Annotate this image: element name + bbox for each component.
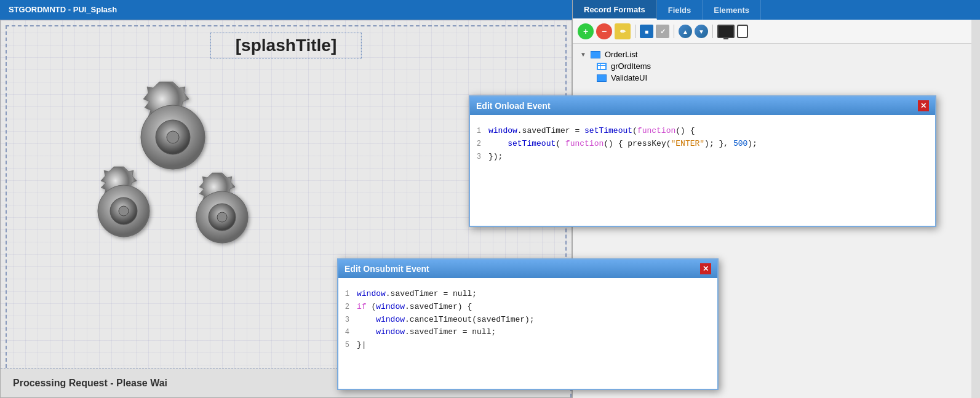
sub-code-line-4: 4 window.savedTimer = null; [338, 326, 711, 339]
table-icon [591, 51, 600, 58]
gears-image [50, 70, 284, 291]
mobile-button[interactable] [737, 25, 748, 38]
tab-fields[interactable]: Fields [657, 0, 703, 20]
toolbar-separator-1 [635, 25, 635, 38]
canvas-tab[interactable]: STGORDMNTD - PUI_Splash [0, 0, 572, 20]
tree-item-orderlist[interactable]: ▼ OrderList [580, 49, 973, 60]
sub-code-line-5: 5 }| [338, 339, 711, 352]
tree-item-validateui[interactable]: ValidateUI [595, 72, 973, 84]
sub-code-line-1: 1 window.savedTimer = null; [338, 288, 711, 301]
tree-area: ▼ OrderList grOrdItems ValidateUI [573, 44, 980, 89]
up-button[interactable]: ▲ [679, 25, 692, 38]
add-button[interactable]: + [578, 23, 594, 39]
dialog-onsubmit-content: 1 window.savedTimer = null; 2 if (window… [338, 278, 717, 389]
code-line-3: 3 }); [470, 151, 929, 164]
code-line-2: 2 setTimeout( function() { pressKey("ENT… [470, 138, 929, 151]
gears-svg [50, 70, 296, 291]
tree-label-grordItems: grOrdItems [611, 62, 651, 71]
dialog-onload-titlebar: Edit Onload Event ✕ [470, 97, 935, 115]
monitor-button[interactable] [717, 25, 735, 38]
right-panel-scrollbar[interactable] [971, 20, 980, 398]
tab-record-formats[interactable]: Record Formats [573, 0, 657, 20]
dialog-onload-title: Edit Onload Event [476, 101, 551, 111]
edit-button[interactable]: ✏ [615, 23, 631, 39]
toolbar-separator-3 [712, 25, 713, 38]
down-button[interactable]: ▼ [695, 25, 708, 38]
square-button[interactable]: ■ [640, 25, 653, 38]
code-line-1: 1 window.savedTimer = setTimeout(functio… [470, 125, 929, 138]
grid-icon [597, 63, 607, 70]
right-tabs: Record Formats Fields Elements [573, 0, 980, 20]
tree-label-validateui: ValidateUI [611, 73, 647, 82]
svg-point-8 [217, 212, 227, 222]
tree-item-grordItems[interactable]: grOrdItems [595, 60, 973, 72]
tab-elements[interactable]: Elements [703, 0, 761, 20]
tree-label-orderlist: OrderList [605, 50, 637, 59]
collapse-icon: ▼ [580, 51, 586, 58]
dialog-onsubmit-close[interactable]: ✕ [700, 263, 711, 274]
dialog-onload-close[interactable]: ✕ [918, 100, 929, 111]
svg-point-2 [167, 131, 179, 143]
check-button[interactable]: ✓ [656, 25, 669, 38]
sub-code-line-2: 2 if (window.savedTimer) { [338, 301, 711, 314]
code-editor-onload[interactable]: 1 window.savedTimer = setTimeout(functio… [470, 125, 929, 163]
remove-button[interactable]: − [596, 23, 612, 39]
dialog-onsubmit: Edit Onsubmit Event ✕ 1 window.savedTime… [337, 258, 719, 390]
toolbar-separator-2 [674, 25, 674, 38]
splash-title: [splashTitle] [210, 33, 362, 58]
dialog-onload-content: 1 window.savedTimer = setTimeout(functio… [470, 115, 935, 226]
code-editor-onsubmit[interactable]: 1 window.savedTimer = null; 2 if (window… [338, 288, 711, 352]
dialog-onsubmit-title: Edit Onsubmit Event [345, 264, 429, 274]
toolbar: + − ✏ ■ ✓ ▲ ▼ [573, 20, 980, 44]
svg-point-5 [119, 206, 129, 216]
list-icon [597, 74, 607, 82]
sub-code-line-3: 3 window.cancelTimeout(savedTimer); [338, 314, 711, 327]
status-text: Processing Request - Please Wai [13, 378, 167, 389]
dialog-onsubmit-titlebar: Edit Onsubmit Event ✕ [338, 260, 717, 278]
dialog-onload: Edit Onload Event ✕ 1 window.savedTimer … [469, 95, 936, 227]
